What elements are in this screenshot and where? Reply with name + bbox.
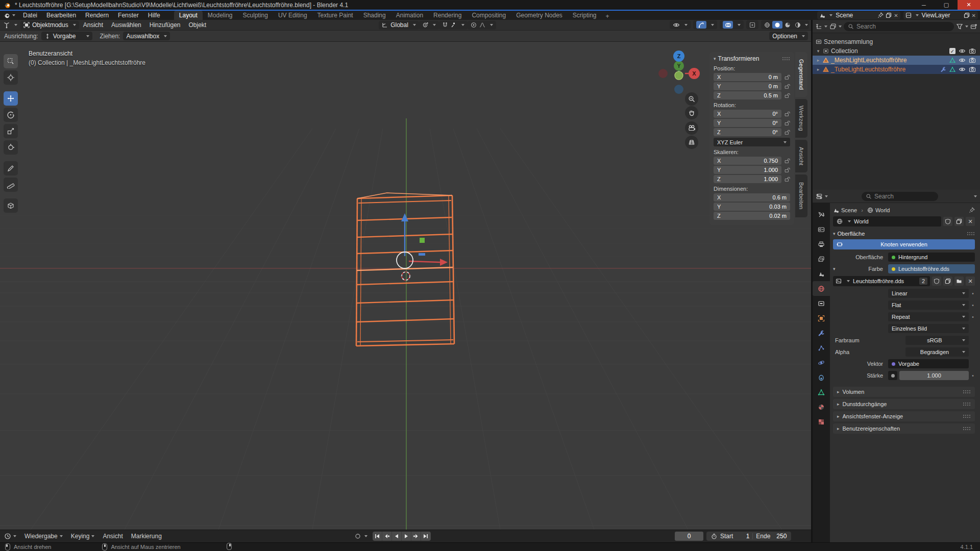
tool-annotate[interactable] [4, 161, 18, 176]
workspace-tab-texture-paint[interactable]: Texture Paint [312, 11, 358, 20]
tab-werkzeug[interactable]: Werkzeug [795, 99, 807, 138]
image-users-count[interactable]: 2 [919, 278, 927, 285]
add-workspace-button[interactable]: + [602, 13, 614, 20]
new-scene-icon[interactable] [886, 12, 892, 18]
mode-dropdown[interactable]: Objektmodus [20, 21, 79, 30]
viewport-menu-hinzufuegen[interactable]: Hinzufügen [145, 21, 185, 29]
disable-render-camera-icon[interactable] [969, 57, 976, 64]
expand-icon[interactable]: ▸ [816, 58, 821, 63]
magnet-icon[interactable] [442, 22, 448, 28]
viewport-menu-ansicht[interactable]: Ansicht [79, 21, 107, 29]
tool-transform[interactable] [4, 140, 18, 155]
menu-hilfe[interactable]: Hilfe [143, 11, 165, 20]
shading-rendered-button[interactable] [793, 21, 803, 29]
position-y-field[interactable]: Y0 m [714, 82, 781, 90]
disable-render-camera-icon[interactable] [969, 47, 976, 55]
extension-dropdown[interactable]: Repeat [888, 312, 969, 321]
workspace-tab-layout[interactable]: Layout [174, 11, 203, 20]
workspace-tab-animation[interactable]: Animation [391, 11, 428, 20]
hide-eye-icon[interactable] [959, 57, 966, 64]
timeline-editor-type-button[interactable] [0, 533, 20, 540]
image-id-field[interactable]: Leuchtstoffröhre.dds 2 [833, 276, 930, 286]
timeline-menu-wiedergabe[interactable]: Wiedergabe [20, 533, 67, 540]
panel-benutzereigenschaften[interactable]: ▸Benutzereigenschaften [833, 423, 975, 434]
lock-icon[interactable] [784, 111, 790, 117]
gizmos-dropdown[interactable] [693, 20, 717, 29]
jump-to-start-button[interactable] [373, 532, 382, 541]
position-x-field[interactable]: X0 m [714, 73, 781, 81]
lock-icon[interactable] [784, 83, 790, 89]
tab-physics[interactable] [813, 355, 830, 370]
tab-constraints[interactable] [813, 370, 830, 385]
play-reverse-button[interactable] [392, 532, 402, 541]
tool-select-box[interactable] [4, 54, 18, 68]
record-button[interactable] [355, 533, 361, 539]
world-name[interactable]: World [854, 218, 938, 224]
scale-z-field[interactable]: Z1.000 [714, 175, 781, 183]
unlink-world-icon[interactable]: ✕ [966, 217, 975, 226]
image-name[interactable]: Leuchtstoffröhre.dds [853, 278, 916, 284]
panel-dunstdurchgaenge[interactable]: ▸Dunstdurchgänge [833, 399, 975, 409]
minimize-button[interactable]: ─ [913, 0, 935, 10]
tab-tool[interactable] [813, 207, 830, 222]
lock-icon[interactable] [784, 92, 790, 98]
hide-eye-icon[interactable] [959, 66, 966, 73]
timeline-menu-ansicht[interactable]: Ansicht [99, 533, 127, 540]
tab-material[interactable] [813, 399, 830, 414]
outliner-editor-type-button[interactable] [815, 23, 827, 30]
color-input-field[interactable]: Leuchtstoffröhre.dds [888, 264, 975, 273]
scale-x-field[interactable]: X0.750 [714, 157, 781, 165]
properties-options-chevron[interactable] [974, 195, 977, 197]
hide-eye-icon[interactable] [959, 47, 966, 55]
proportional-editing-icon[interactable] [471, 22, 477, 28]
source-dropdown[interactable]: Einzelnes Bild [888, 324, 969, 333]
tab-modifiers[interactable] [813, 325, 830, 340]
collapse-icon[interactable]: ▾ [714, 56, 716, 61]
workspace-tab-geometry-nodes[interactable]: Geometry Nodes [511, 11, 568, 20]
surface-shader-field[interactable]: Hintergrund [888, 253, 975, 262]
timeline-menu-keying[interactable]: Keying [67, 533, 99, 540]
alpha-dropdown[interactable]: Begradigen [905, 347, 969, 357]
panel-grip[interactable] [967, 232, 975, 236]
proportional-editing-group[interactable] [468, 21, 496, 30]
lock-icon[interactable] [784, 167, 790, 173]
dimensions-z-field[interactable]: Z0.02 m [714, 212, 790, 220]
pivot-point-dropdown[interactable] [419, 21, 439, 30]
expand-icon[interactable]: ▸ [816, 67, 821, 72]
ziehen-dropdown[interactable]: Auswahlbox [123, 32, 170, 40]
tool-rotate[interactable] [4, 108, 18, 122]
show-gizmo-icon[interactable] [696, 21, 706, 29]
breadcrumb-scene[interactable]: Scene [841, 207, 857, 213]
snapping-group[interactable] [439, 21, 468, 30]
properties-editor-type-button[interactable] [816, 193, 828, 200]
projection-dropdown[interactable]: Flat [888, 300, 969, 310]
shading-solid-button[interactable] [772, 21, 782, 29]
tab-scene[interactable] [813, 266, 830, 281]
rotation-z-field[interactable]: Z0° [714, 128, 781, 136]
unlink-image-icon[interactable]: ✕ [966, 277, 975, 286]
tool-scale[interactable] [4, 124, 18, 138]
tab-collection[interactable] [813, 296, 830, 311]
rotation-x-field[interactable]: X0° [714, 110, 781, 118]
rotation-y-field[interactable]: Y0° [714, 119, 781, 127]
position-z-field[interactable]: Z0.5 m [714, 91, 781, 99]
current-frame-field[interactable]: 0 [675, 532, 703, 541]
interpolation-dropdown[interactable]: Linear [888, 289, 969, 298]
scene-selector[interactable]: Scene ✕ [817, 11, 900, 19]
lock-icon[interactable] [784, 120, 790, 126]
workspace-tab-shading[interactable]: Shading [358, 11, 391, 20]
outliner-row-tubelight[interactable]: ▸ _TubeLightLeuchtstoffröhre [813, 65, 980, 74]
orthographic-toggle-button[interactable] [685, 136, 698, 149]
shading-material-button[interactable] [782, 21, 793, 29]
prev-keyframe-button[interactable] [382, 532, 392, 541]
lock-icon[interactable] [784, 129, 790, 135]
tab-render[interactable] [813, 222, 830, 237]
tool-move[interactable] [4, 91, 18, 106]
next-keyframe-button[interactable] [411, 532, 421, 541]
workspace-tab-compositing[interactable]: Compositing [467, 11, 511, 20]
tab-object-data[interactable] [813, 385, 830, 399]
breadcrumb-world[interactable]: World [875, 207, 890, 213]
menu-rendern[interactable]: Rendern [81, 11, 113, 20]
colorspace-dropdown[interactable]: sRGB [905, 336, 969, 345]
xray-toggle[interactable] [746, 20, 758, 29]
